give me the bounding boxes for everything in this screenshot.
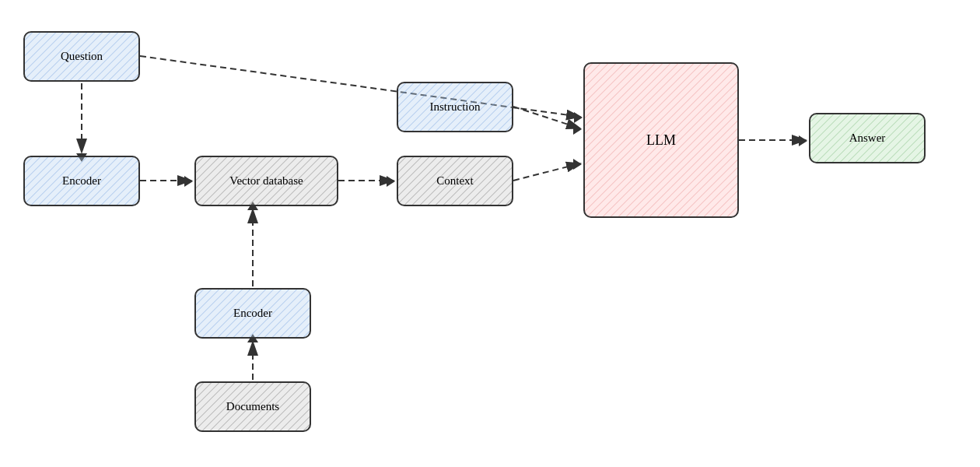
question-label: Question	[61, 50, 103, 63]
encoder-bottom-label: Encoder	[233, 307, 272, 320]
documents-label: Documents	[226, 400, 279, 413]
vector-database-label: Vector database	[229, 174, 303, 188]
encoder-bottom-node: Encoder	[194, 288, 311, 339]
svg-marker-20	[574, 112, 583, 123]
diagram: Question Encoder Vector database Context…	[0, 0, 980, 467]
documents-node: Documents	[194, 381, 311, 432]
instruction-label: Instruction	[430, 100, 481, 114]
svg-marker-14	[387, 176, 395, 187]
question-node: Question	[23, 31, 140, 82]
svg-line-4	[140, 56, 580, 117]
answer-label: Answer	[849, 132, 886, 145]
vector-database-node: Vector database	[194, 156, 338, 206]
svg-line-7	[513, 163, 580, 181]
svg-marker-15	[573, 159, 582, 170]
llm-node: LLM	[583, 62, 739, 218]
svg-marker-17	[799, 135, 807, 146]
encoder-top-node: Encoder	[23, 156, 140, 206]
svg-line-8	[513, 107, 580, 128]
encoder-top-label: Encoder	[62, 174, 101, 188]
context-node: Context	[397, 156, 513, 206]
instruction-node: Instruction	[397, 82, 513, 132]
svg-marker-16	[573, 124, 582, 135]
svg-marker-13	[184, 176, 193, 187]
answer-node: Answer	[809, 113, 926, 163]
context-label: Context	[436, 174, 474, 188]
llm-label: LLM	[646, 132, 676, 149]
